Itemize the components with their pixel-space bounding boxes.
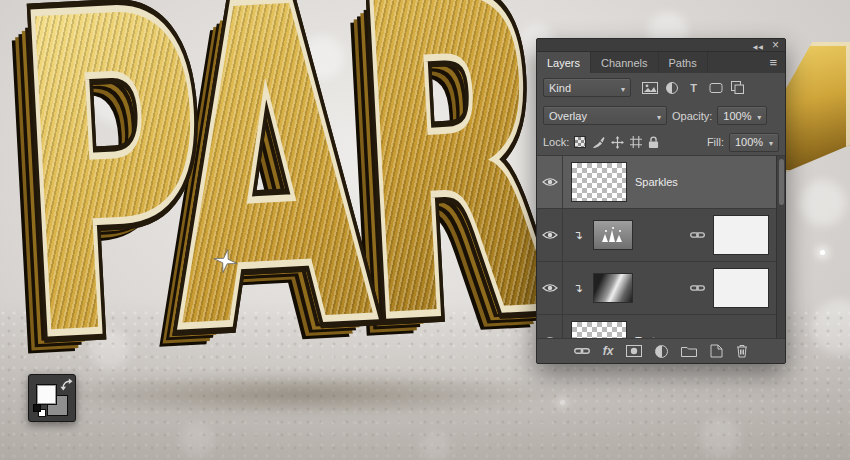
new-group-button[interactable] — [681, 345, 697, 357]
foreground-color-swatch[interactable] — [36, 384, 57, 405]
eye-icon — [542, 283, 558, 293]
mask-link-icon[interactable] — [690, 284, 705, 292]
tab-layers[interactable]: Layers — [537, 52, 591, 73]
lock-position-icon[interactable] — [611, 136, 624, 149]
tab-channels[interactable]: Channels — [591, 52, 658, 73]
layer-thumbnail[interactable] — [571, 162, 627, 202]
kind-filter-value: Kind — [549, 82, 571, 94]
layer-visibility-toggle[interactable] — [537, 262, 563, 314]
photoshop-canvas: PAR PAR PAR PAR Layers Channels Paths — [0, 0, 850, 460]
scrollbar[interactable] — [776, 156, 785, 338]
dropdown-arrow-icon — [617, 82, 625, 94]
collapse-to-icons-icon[interactable] — [753, 39, 764, 51]
mask-link-icon[interactable] — [690, 231, 705, 239]
layers-panel: Layers Channels Paths Kind — [536, 38, 786, 364]
text-gold-face-layer: PAR — [10, 0, 555, 386]
default-colors-icon[interactable] — [33, 404, 46, 417]
layer-name[interactable]: Text — [635, 335, 655, 338]
fill-label: Fill: — [707, 136, 724, 148]
layer-row[interactable]: PART Text — [537, 315, 785, 338]
clipping-mask-arrow-icon — [571, 228, 585, 242]
half-circle-icon — [655, 345, 668, 358]
new-layer-button[interactable] — [710, 344, 723, 358]
layer-row[interactable] — [537, 262, 785, 315]
filter-adjustment-layers-icon[interactable] — [662, 78, 681, 97]
foreground-background-color-control — [28, 374, 76, 422]
filter-smart-objects-icon[interactable] — [728, 78, 747, 97]
layer-row[interactable]: Sparkles — [537, 156, 785, 209]
layer-effects-button[interactable]: fx — [603, 344, 614, 358]
lock-row: Lock: Fill: 100% — [537, 129, 785, 156]
opacity-value: 100% — [723, 110, 751, 122]
layer-mask-thumbnail[interactable] — [713, 268, 769, 308]
blend-mode-dropdown[interactable]: Overlay — [543, 106, 667, 125]
kind-filter-dropdown[interactable]: Kind — [543, 78, 631, 97]
scrollbar-thumb[interactable] — [779, 159, 784, 205]
close-panel-icon[interactable] — [772, 39, 779, 51]
add-layer-mask-button[interactable] — [626, 345, 642, 357]
layer-visibility-toggle[interactable] — [537, 156, 563, 208]
blend-mode-value: Overlay — [549, 110, 587, 122]
link-layers-button[interactable] — [574, 347, 590, 355]
layer-mask-thumbnail[interactable] — [713, 215, 769, 255]
half-circle-icon — [666, 82, 678, 94]
layer-row[interactable] — [537, 209, 785, 262]
lock-label: Lock: — [543, 136, 569, 148]
lock-all-icon[interactable] — [648, 136, 659, 149]
delete-layer-button[interactable] — [736, 344, 748, 358]
panel-title-bar[interactable] — [537, 39, 785, 52]
panel-menu-icon[interactable] — [761, 52, 785, 73]
sparkle-dot — [820, 250, 825, 255]
lock-icon-group — [574, 136, 659, 149]
fill-dropdown[interactable]: 100% — [729, 133, 779, 152]
lock-transparency-icon[interactable] — [574, 136, 586, 148]
layer-visibility-toggle[interactable] — [537, 315, 563, 338]
layer-thumbnail[interactable] — [593, 220, 633, 250]
bokeh-dot — [800, 180, 846, 226]
tab-paths[interactable]: Paths — [659, 52, 708, 73]
eye-icon — [542, 177, 558, 187]
text-layer-thumbnail-text: PART — [588, 337, 609, 339]
layer-filter-row: Kind — [537, 73, 785, 102]
filter-type-layers-icon[interactable] — [684, 78, 703, 97]
lock-pixels-icon[interactable] — [592, 136, 605, 149]
new-adjustment-layer-button[interactable] — [655, 345, 668, 358]
dropdown-arrow-icon — [765, 136, 773, 148]
blend-mode-row: Overlay Opacity: 100% — [537, 102, 785, 129]
default-foreground-swatch — [33, 404, 41, 412]
layer-thumbnail[interactable]: PART — [571, 321, 627, 338]
opacity-label: Opacity: — [672, 110, 712, 122]
lock-artboard-icon[interactable] — [630, 136, 642, 148]
filter-pixel-layers-icon[interactable] — [640, 78, 659, 97]
dropdown-arrow-icon — [653, 110, 661, 122]
layers-panel-bottom-bar: fx — [537, 338, 785, 363]
panel-tab-bar: Layers Channels Paths — [537, 52, 785, 73]
layer-list: Sparkles — [537, 156, 785, 338]
filter-icon-group — [640, 78, 747, 97]
fill-value: 100% — [735, 136, 763, 148]
layer-thumbnail[interactable] — [593, 273, 633, 303]
layer-name[interactable]: Sparkles — [635, 176, 678, 188]
filter-shape-layers-icon[interactable] — [706, 78, 725, 97]
opacity-dropdown[interactable]: 100% — [717, 106, 767, 125]
eye-icon — [542, 230, 558, 240]
layer-visibility-toggle[interactable] — [537, 209, 563, 261]
eye-icon — [542, 336, 558, 338]
dropdown-arrow-icon — [753, 110, 761, 122]
swap-colors-icon[interactable] — [60, 377, 73, 390]
clipping-mask-arrow-icon — [571, 281, 585, 295]
